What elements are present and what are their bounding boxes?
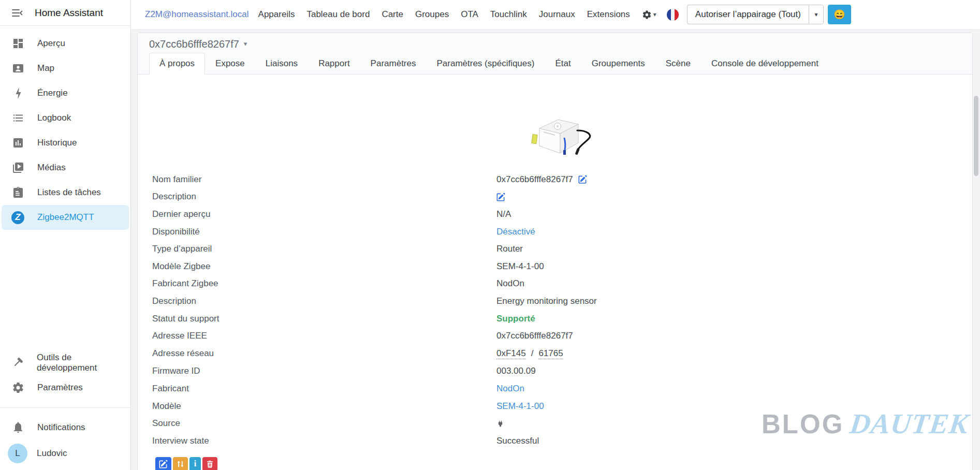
- field-value-text: 0x7cc6b6fffe8267f7: [496, 174, 573, 185]
- sidebar-item-label: Logbook: [37, 113, 71, 123]
- field-value: 0xF145/61765: [496, 348, 958, 359]
- tab-parametres[interactable]: Paramètres: [360, 53, 427, 75]
- gear-icon: [11, 381, 24, 394]
- sidebar: Home Assistant AperçuMapÉnergieLogbookHi…: [0, 0, 131, 470]
- sidebar-item-zigbee2mqtt[interactable]: ZZigbee2MQTT: [2, 205, 129, 230]
- field-row-modele: ModèleSEM-4-1-00: [150, 398, 960, 415]
- permit-join-button[interactable]: Autoriser l’appairage (Tout): [687, 5, 809, 24]
- sidebar-item-parametres[interactable]: Paramètres: [2, 375, 129, 400]
- field-value-text: 0xF145: [496, 348, 526, 359]
- pairing-split-button: Autoriser l’appairage (Tout) ▾: [687, 5, 824, 24]
- z2m-brand-link[interactable]: Z2M@homeassistant.local: [145, 9, 249, 20]
- emoji-button[interactable]: 😄: [828, 5, 851, 24]
- sidebar-profile[interactable]: L Ludovic: [0, 440, 130, 467]
- tab-groupements[interactable]: Groupements: [581, 53, 655, 75]
- pencil-square-icon[interactable]: [496, 193, 505, 201]
- topbar-link-tableau-de-bord[interactable]: Tableau de bord: [306, 9, 370, 20]
- device-fields-table: Nom familier0x7cc6b6fffe8267f7Descriptio…: [150, 171, 960, 450]
- field-value-text: Successful: [496, 436, 539, 446]
- field-label: Modèle: [152, 401, 496, 412]
- topbar-link-appareils[interactable]: Appareils: [258, 9, 295, 20]
- field-value: 0x7cc6b6fffe8267f7: [496, 331, 958, 341]
- device-id: 0x7cc6b6fffe8267f7: [149, 38, 239, 50]
- scrollbar-thumb[interactable]: [974, 96, 978, 176]
- sidebar-item-listes-de-taches[interactable]: Listes de tâches: [2, 180, 129, 205]
- reconfigure-button[interactable]: [173, 457, 188, 470]
- tab-console-de-developpement[interactable]: Console de développement: [701, 53, 829, 75]
- pencil-square-icon: [159, 460, 168, 468]
- info-button[interactable]: i: [189, 457, 201, 470]
- field-value-link[interactable]: Désactivé: [496, 227, 535, 237]
- sidebar-item-energie[interactable]: Énergie: [2, 81, 129, 106]
- main-content: 0x7cc6b6fffe8267f7 ▾ À proposExposeLiais…: [131, 30, 980, 470]
- topbar-link-groupes[interactable]: Groupes: [415, 9, 449, 20]
- field-label: Interview state: [152, 436, 496, 446]
- profile-name: Ludovic: [37, 448, 67, 459]
- pencil-square-icon[interactable]: [578, 175, 587, 184]
- tab-parametres-specifiques[interactable]: Paramètres (spécifiques): [426, 53, 545, 75]
- lightning-icon: [11, 87, 24, 100]
- sidebar-item-label: Map: [37, 63, 54, 74]
- field-value: 003.00.09: [496, 366, 958, 376]
- media-play-icon: [11, 161, 24, 174]
- field-row-dernier-apercu: Dernier aperçuN/A: [150, 205, 960, 223]
- topbar-link-ota[interactable]: OTA: [461, 9, 478, 20]
- sidebar-item-label: Zigbee2MQTT: [37, 212, 94, 223]
- field-label: Fabricant: [152, 384, 496, 394]
- tab-scene[interactable]: Scène: [655, 53, 701, 75]
- edit-button[interactable]: [155, 457, 171, 470]
- field-value-text: Router: [496, 244, 523, 254]
- sidebar-item-notifications[interactable]: Notifications: [2, 415, 129, 440]
- permit-join-dropdown[interactable]: ▾: [809, 5, 824, 24]
- field-value: Supporté: [496, 314, 958, 324]
- settings-menu[interactable]: ▾: [642, 10, 656, 20]
- tab-rapport[interactable]: Rapport: [308, 53, 360, 75]
- sidebar-item-label: Listes de tâches: [37, 187, 101, 198]
- sidebar-item-map[interactable]: Map: [2, 56, 129, 81]
- chevron-down-icon: ▾: [244, 38, 247, 50]
- tab-a-propos[interactable]: À propos: [149, 53, 205, 75]
- field-label: Fabricant Zigbee: [152, 278, 496, 289]
- field-value-text: Energy monitoring sensor: [496, 296, 597, 306]
- sidebar-item-label: Médias: [37, 163, 66, 173]
- field-value: Désactivé: [496, 227, 958, 237]
- field-label: Adresse réseau: [152, 348, 496, 359]
- topbar-link-touchlink[interactable]: Touchlink: [490, 9, 527, 20]
- sidebar-item-medias[interactable]: Médias: [2, 155, 129, 180]
- field-value-text: NodOn: [496, 278, 524, 289]
- sidebar-item-historique[interactable]: Historique: [2, 130, 129, 155]
- language-flag-french-icon[interactable]: [667, 9, 679, 21]
- app-title: Home Assistant: [35, 7, 103, 19]
- swap-vertical-icon: [177, 460, 184, 468]
- plug-icon: [496, 420, 504, 428]
- device-tabs: À proposExposeLiaisonsRapportParamètresP…: [149, 53, 962, 74]
- delete-button[interactable]: [202, 457, 217, 470]
- sidebar-item-outils-de-developpement[interactable]: Outils de développement: [2, 350, 129, 375]
- field-value-link[interactable]: SEM-4-1-00: [496, 401, 544, 412]
- field-value: NodOn: [496, 384, 958, 394]
- device-card-header: 0x7cc6b6fffe8267f7 ▾ À proposExposeLiais…: [138, 33, 972, 75]
- sidebar-item-label: Historique: [37, 138, 77, 148]
- topbar-link-journaux[interactable]: Journaux: [539, 9, 575, 20]
- field-label: Statut du support: [152, 314, 496, 324]
- field-row-disponibilite: DisponibilitéDésactivé: [150, 223, 960, 241]
- menu-icon[interactable]: [11, 7, 23, 19]
- tab-etat[interactable]: État: [545, 53, 581, 75]
- field-row-nom-familier: Nom familier0x7cc6b6fffe8267f7: [150, 171, 960, 188]
- field-value: SEM-4-1-00: [496, 261, 958, 272]
- tab-expose[interactable]: Expose: [205, 53, 255, 75]
- trash-icon: [206, 460, 214, 468]
- sidebar-item-logbook[interactable]: Logbook: [2, 106, 129, 130]
- field-row-adresse-ieee: Adresse IEEE0x7cc6b6fffe8267f7: [150, 327, 960, 345]
- sidebar-item-apercu[interactable]: Aperçu: [2, 31, 129, 56]
- tab-liaisons[interactable]: Liaisons: [255, 53, 308, 75]
- sidebar-item-label: Outils de développement: [37, 352, 129, 373]
- field-value: [496, 192, 958, 202]
- field-label: Description: [152, 296, 496, 306]
- field-value-text: N/A: [496, 209, 511, 219]
- topbar-link-extensions[interactable]: Extensions: [587, 9, 630, 20]
- field-value-text: Supporté: [496, 314, 535, 324]
- field-value-link[interactable]: NodOn: [496, 384, 524, 394]
- device-selector[interactable]: 0x7cc6b6fffe8267f7 ▾: [149, 38, 247, 50]
- topbar-link-carte[interactable]: Carte: [382, 9, 403, 20]
